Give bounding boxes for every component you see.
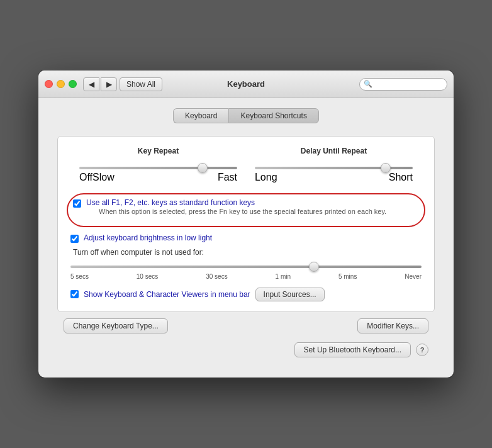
- minimize-button[interactable]: [57, 80, 65, 88]
- fn-keys-sublabel: When this option is selected, press the …: [99, 207, 386, 216]
- main-panel: Key Repeat Off Slow Fast Delay Until Rep…: [57, 136, 435, 311]
- delay-repeat-slider-wrapper: [255, 160, 413, 172]
- sliders-section: Key Repeat Off Slow Fast Delay Until Rep…: [70, 147, 422, 183]
- tick-30secs: 30 secs: [206, 273, 227, 280]
- content-area: Keyboard Keyboard Shortcuts Key Repeat O…: [38, 98, 454, 377]
- brightness-section: Adjust keyboard brightness in low light …: [70, 233, 422, 280]
- tick-fast: Fast: [218, 172, 237, 183]
- delay-repeat-col: Delay Until Repeat Long Short: [255, 147, 413, 183]
- tab-keyboard-shortcuts[interactable]: Keyboard Shortcuts: [228, 108, 318, 123]
- brightness-slider[interactable]: [70, 266, 422, 268]
- fn-keys-section: Use all F1, F2, etc. keys as standard fu…: [67, 193, 425, 227]
- main-window: ◀ ▶ Show All Keyboard 🔍 Keyboard Keyboar…: [38, 70, 454, 377]
- tick-10secs: 10 secs: [137, 273, 158, 280]
- brightness-tick-labels: 5 secs 10 secs 30 secs 1 min 5 mins Neve…: [70, 273, 422, 280]
- brightness-label: Adjust keyboard brightness in low light: [84, 233, 212, 242]
- bluetooth-keyboard-button[interactable]: Set Up Bluetooth Keyboard...: [294, 342, 411, 357]
- tick-off: Off: [79, 172, 92, 183]
- brightness-row: Adjust keyboard brightness in low light: [70, 233, 422, 243]
- search-input[interactable]: [374, 81, 443, 88]
- show-keyboard-row: Show Keyboard & Character Viewers in men…: [70, 288, 422, 301]
- key-repeat-title: Key Repeat: [79, 147, 237, 155]
- maximize-button[interactable]: [69, 80, 77, 88]
- delay-repeat-slider[interactable]: [255, 167, 413, 169]
- fn-keys-label-wrapper: Use all F1, F2, etc. keys as standard fu…: [86, 198, 386, 216]
- show-all-button[interactable]: Show All: [120, 77, 162, 91]
- tab-keyboard[interactable]: Keyboard: [173, 108, 228, 123]
- search-box[interactable]: 🔍: [359, 78, 447, 91]
- tick-5mins: 5 mins: [338, 273, 357, 280]
- close-button[interactable]: [45, 80, 53, 88]
- input-sources-button[interactable]: Input Sources...: [255, 288, 325, 301]
- titlebar: ◀ ▶ Show All Keyboard 🔍: [38, 70, 454, 98]
- traffic-lights: [45, 80, 77, 88]
- tick-1min: 1 min: [276, 273, 291, 280]
- show-keyboard-label: Show Keyboard & Character Viewers in men…: [84, 290, 250, 299]
- back-button[interactable]: ◀: [83, 77, 99, 91]
- search-icon: 🔍: [364, 80, 372, 88]
- fn-keys-row: Use all F1, F2, etc. keys as standard fu…: [73, 198, 419, 216]
- tick-5secs: 5 secs: [70, 273, 89, 280]
- nav-buttons: ◀ ▶: [83, 77, 117, 91]
- key-repeat-slider[interactable]: [79, 167, 237, 169]
- delay-repeat-title: Delay Until Repeat: [255, 147, 413, 155]
- brightness-checkbox[interactable]: [70, 235, 79, 243]
- window-title: Keyboard: [227, 79, 265, 89]
- show-keyboard-checkbox[interactable]: [70, 290, 79, 298]
- bottom-bar: Change Keyboard Type... Modifier Keys...: [51, 312, 441, 339]
- forward-button[interactable]: ▶: [101, 77, 117, 91]
- tick-slow: Slow: [92, 172, 115, 183]
- key-repeat-labels: Off Slow Fast: [79, 172, 237, 183]
- fn-keys-checkbox[interactable]: [73, 199, 81, 208]
- modifier-keys-button[interactable]: Modifier Keys...: [357, 318, 428, 333]
- tab-bar: Keyboard Keyboard Shortcuts: [51, 108, 441, 123]
- tick-long: Long: [255, 172, 277, 183]
- help-button[interactable]: ?: [416, 344, 428, 356]
- key-repeat-slider-wrapper: [79, 160, 237, 172]
- delay-repeat-labels: Long Short: [255, 172, 413, 183]
- tick-never: Never: [405, 273, 422, 280]
- brightness-slider-row: [70, 259, 422, 271]
- turn-off-label: Turn off when computer is not used for:: [73, 248, 422, 257]
- key-repeat-col: Key Repeat Off Slow Fast: [79, 147, 237, 183]
- change-keyboard-type-button[interactable]: Change Keyboard Type...: [64, 318, 168, 333]
- fn-keys-label: Use all F1, F2, etc. keys as standard fu…: [86, 198, 386, 207]
- tick-short: Short: [389, 172, 413, 183]
- footer-bar: Set Up Bluetooth Keyboard... ?: [51, 339, 441, 365]
